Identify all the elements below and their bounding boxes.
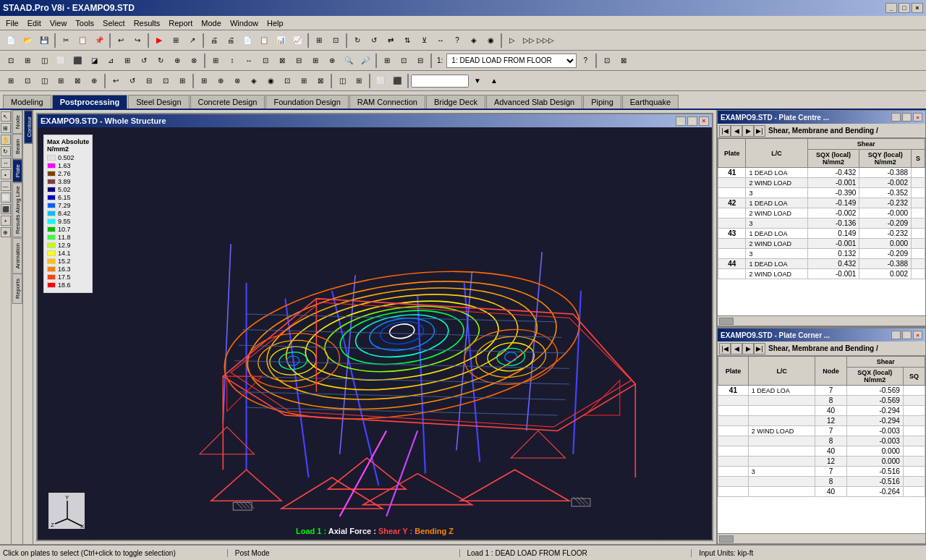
paste-btn[interactable]: 📌	[91, 33, 107, 48]
results2-btn[interactable]: ◈	[466, 33, 482, 48]
view8-btn[interactable]: ⊕	[324, 53, 340, 69]
print2-btn[interactable]: 🖨	[223, 33, 239, 48]
vert-tab-beam[interactable]: Beam	[12, 134, 22, 159]
geometry-btn[interactable]: ⊞	[168, 33, 184, 48]
icon-zoom[interactable]: ⊞	[1, 123, 11, 133]
title-bar-buttons[interactable]: _ □ ×	[885, 3, 923, 13]
pco-min[interactable]: _	[891, 331, 901, 339]
vp-maximize[interactable]: □	[687, 116, 697, 126]
tab-postprocessing[interactable]: Postprocessing	[52, 95, 128, 109]
t3-17[interactable]: ⊡	[279, 73, 295, 89]
tab-earthquake[interactable]: Earthquake	[622, 95, 679, 109]
view9-btn[interactable]: 🔍	[341, 53, 357, 69]
t3-8[interactable]: ↺	[124, 73, 140, 89]
tab-slab[interactable]: Advanced Slab Design	[486, 95, 582, 109]
vert-tab-plate[interactable]: Plate	[12, 159, 22, 182]
tab-steel[interactable]: Steel Design	[128, 95, 189, 109]
anim2-btn[interactable]: ▷▷	[521, 33, 537, 48]
disp3-btn[interactable]: ⊟	[412, 53, 428, 69]
cut-btn[interactable]: ✂	[58, 33, 74, 48]
pc-nav-next[interactable]: ▶	[742, 125, 754, 137]
t3-9[interactable]: ⊟	[141, 73, 157, 89]
sel1-btn[interactable]: ⊡	[3, 53, 19, 69]
plate-corner-scroll[interactable]: Plate L/C Node Shear SQX (local)N/mm2 SQ	[718, 356, 925, 533]
sel4-btn[interactable]: ⬜	[53, 53, 69, 69]
sel3-btn[interactable]: ◫	[36, 53, 52, 69]
undo-btn[interactable]: ↩	[113, 33, 129, 48]
menu-edit[interactable]: Edit	[23, 17, 46, 29]
pc-nav-prev[interactable]: ◀	[731, 125, 742, 137]
t3-15[interactable]: ◈	[246, 73, 262, 89]
t3-21[interactable]: ⊞	[351, 73, 367, 89]
pco-nav-prev[interactable]: ◀	[731, 343, 742, 355]
menu-tools[interactable]: Tools	[71, 17, 98, 29]
view2-btn[interactable]: ↕	[224, 53, 240, 69]
sel6-btn[interactable]: ◪	[86, 53, 102, 69]
anim3-btn[interactable]: ▷▷▷	[538, 33, 553, 48]
pc-close[interactable]: ×	[913, 113, 922, 122]
help2-btn[interactable]: ?	[449, 33, 465, 48]
vert-tab-animation[interactable]: Animation	[12, 238, 22, 274]
load-dropdown[interactable]: 1: DEAD LOAD FROM FLOOR	[446, 54, 577, 68]
scrollbar-thumb-1[interactable]	[719, 318, 734, 325]
icon-beam[interactable]: —	[1, 181, 11, 191]
pco-title-btns[interactable]: _ □ ×	[891, 331, 922, 339]
t3-4[interactable]: ⊞	[53, 73, 69, 89]
pco-close[interactable]: ×	[913, 331, 922, 339]
pc-nav-first[interactable]: |◀	[719, 125, 731, 137]
t3-18[interactable]: ⊞	[296, 73, 312, 89]
menu-view[interactable]: View	[46, 17, 72, 29]
rotate-btn[interactable]: ↻	[349, 33, 365, 48]
tab-concrete[interactable]: Concrete Design	[190, 95, 266, 109]
dim-btn[interactable]: ↔	[433, 33, 449, 48]
save-btn[interactable]: 💾	[36, 33, 52, 48]
plate-centre-scrollbar[interactable]	[718, 315, 925, 326]
vp-close[interactable]: ×	[699, 116, 709, 126]
grid-btn[interactable]: ⊞	[311, 33, 327, 48]
icon-pointer[interactable]: ↖	[1, 111, 11, 122]
t3-25[interactable]: ▲	[486, 73, 502, 89]
tab-ram[interactable]: RAM Connection	[349, 95, 425, 109]
t3-16[interactable]: ◉	[263, 73, 279, 89]
view6-btn[interactable]: ⊟	[291, 53, 307, 69]
sel7-btn[interactable]: ⊿	[103, 53, 119, 69]
plate-centre-scroll[interactable]: Plate L/C Shear SQX (local)N/mm2 SQY (lo…	[718, 138, 925, 315]
t3-20[interactable]: ◫	[334, 73, 350, 89]
scale-btn[interactable]: ⊻	[416, 33, 432, 48]
nav1-btn[interactable]: ⊡	[599, 53, 615, 69]
pco-nav-first[interactable]: |◀	[719, 343, 731, 355]
t3-24[interactable]: ▼	[470, 73, 485, 89]
view7-btn[interactable]: ⊞	[307, 53, 323, 69]
view5-btn[interactable]: ⊠	[274, 53, 290, 69]
sel12-btn[interactable]: ⊗	[186, 53, 202, 69]
disp1-btn[interactable]: ⊞	[379, 53, 395, 69]
t3-5[interactable]: ⊠	[69, 73, 85, 89]
view10-btn[interactable]: 🔎	[357, 53, 373, 69]
scrollbar-thumb-2[interactable]	[719, 535, 734, 543]
cursor-btn[interactable]: ↗	[184, 33, 200, 48]
t3-23[interactable]: ⬛	[389, 73, 405, 89]
sel10-btn[interactable]: ↻	[153, 53, 169, 69]
pco-nav-last[interactable]: ▶|	[754, 343, 765, 355]
sel2-btn[interactable]: ⊞	[20, 53, 35, 69]
nav2-btn[interactable]: ⊠	[616, 53, 632, 69]
print4-btn[interactable]: 📋	[256, 33, 272, 48]
icon-prop[interactable]: ⊕	[1, 227, 11, 237]
anim1-btn[interactable]: ▷	[504, 33, 520, 48]
sel8-btn[interactable]: ⊞	[119, 53, 135, 69]
menu-results[interactable]: Results	[129, 17, 165, 29]
pco-max[interactable]: □	[902, 331, 912, 339]
icon-node[interactable]: •	[1, 169, 11, 179]
icon-solid[interactable]: ⬛	[1, 204, 11, 214]
sel9-btn[interactable]: ↺	[136, 53, 152, 69]
icon-measure[interactable]: ↔	[1, 158, 11, 168]
vert-tab-results[interactable]: Results Along Line	[12, 182, 22, 237]
t3-19[interactable]: ⊠	[313, 73, 328, 89]
t3-10[interactable]: ⊡	[158, 73, 174, 89]
print6-btn[interactable]: 📈	[289, 33, 305, 48]
open-btn[interactable]: 📂	[20, 33, 35, 48]
help3-btn[interactable]: ?	[577, 53, 593, 69]
rotate2-btn[interactable]: ↺	[366, 33, 382, 48]
t3-6[interactable]: ⊕	[86, 73, 102, 89]
menu-help[interactable]: Help	[263, 17, 288, 29]
